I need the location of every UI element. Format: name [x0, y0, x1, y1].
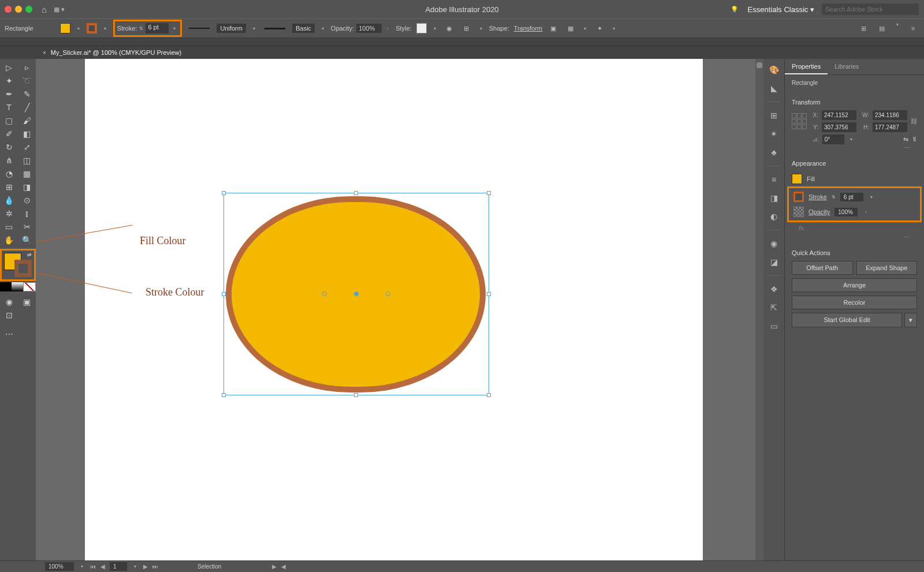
appearance-icon[interactable]: ◉ [766, 236, 782, 251]
rotate-tool[interactable]: ↻ [0, 140, 18, 154]
stroke-stepper-icon[interactable]: ⇅ [139, 26, 143, 31]
width-tool[interactable]: ⋔ [0, 154, 18, 167]
color-panel-icon[interactable]: 🎨 [766, 62, 782, 77]
color-mode-solid[interactable] [0, 282, 12, 291]
tips-icon[interactable]: 💡 [728, 3, 741, 16]
artboard-number[interactable]: 1 [110, 562, 127, 571]
search-stock-input[interactable] [821, 3, 919, 16]
hand-tool[interactable]: ✋ [0, 233, 18, 246]
rotate-input[interactable] [822, 134, 844, 144]
trans-dd[interactable]: ▾ [582, 26, 588, 31]
brush-select[interactable]: Basic [292, 24, 315, 33]
resize-handle[interactable] [487, 191, 491, 195]
recolor-icon[interactable]: ◉ [443, 22, 456, 35]
stroke-stepper-icon[interactable]: ⇅ [832, 195, 836, 200]
recolor-button[interactable]: Recolor [792, 296, 917, 309]
lasso-tool[interactable]: ➰ [18, 74, 36, 87]
artboard-tool[interactable]: ▭ [0, 220, 18, 233]
status-prev-icon[interactable]: ◀ [281, 563, 286, 570]
shape-builder-tool[interactable]: ◔ [0, 167, 18, 180]
profile-select[interactable]: Uniform [217, 24, 246, 33]
arrange-icon[interactable]: ▤ [875, 22, 888, 35]
brush-dropdown[interactable]: ▾ [319, 26, 326, 31]
graph-tool[interactable]: ⫿ [18, 207, 36, 220]
fill-stroke-control[interactable]: ⇄ [0, 249, 36, 281]
resize-handle[interactable] [222, 393, 226, 397]
line-tool[interactable]: ╱ [18, 100, 36, 114]
opacity-popup-icon[interactable]: › [384, 26, 391, 31]
appearance-stroke-dd[interactable]: ▾ [868, 195, 875, 200]
resize-handle[interactable] [487, 292, 491, 296]
blend-tool[interactable]: ⊙ [18, 193, 36, 207]
close-tab-icon[interactable]: × [43, 50, 46, 56]
screen-mode-icon[interactable]: ▣ [18, 295, 36, 308]
isolate-icon[interactable]: ▣ [547, 22, 560, 35]
align-dd[interactable]: ▾ [478, 26, 485, 31]
stroke-swatch[interactable] [87, 23, 97, 33]
center-point[interactable] [354, 291, 359, 296]
style-dropdown[interactable]: ▾ [431, 26, 438, 31]
fx-row[interactable]: fx. [792, 222, 917, 234]
pen-tool[interactable]: ✒ [0, 87, 18, 100]
canvas-area[interactable]: Fill Colour Stroke Colour [36, 59, 763, 560]
rotate-dd[interactable]: ▾ [848, 137, 855, 142]
selection-bounding-box[interactable] [223, 193, 489, 395]
window-zoom-icon[interactable] [25, 6, 32, 13]
last-artboard-icon[interactable]: ⏭ [152, 563, 158, 570]
resize-handle[interactable] [354, 393, 358, 397]
zoom-level[interactable]: 100% [45, 562, 74, 571]
symbols-icon[interactable]: ♣ [766, 145, 782, 160]
resize-handle[interactable] [354, 191, 358, 195]
home-icon[interactable]: ⌂ [42, 5, 47, 14]
direct-selection-tool[interactable]: ▹ [18, 61, 36, 74]
resize-handle[interactable] [222, 292, 226, 296]
start-global-edit-button[interactable]: Start Global Edit [792, 313, 902, 327]
type-tool[interactable]: T [0, 100, 18, 114]
resize-handle[interactable] [487, 393, 491, 397]
layers-icon[interactable]: ❖ [766, 282, 782, 297]
w-input[interactable] [873, 110, 907, 120]
vertical-scrollbar[interactable] [755, 59, 763, 560]
paintbrush-tool[interactable]: 🖌 [18, 114, 36, 127]
document-tab[interactable]: × My_Sticker.ai* @ 100% (CMYK/GPU Previe… [43, 49, 181, 56]
graphic-styles-icon[interactable]: ◪ [766, 255, 782, 270]
appearance-opacity-value[interactable]: 100% [834, 208, 858, 216]
appearance-fill-swatch[interactable] [792, 174, 802, 184]
graphic-style-swatch[interactable] [416, 23, 427, 33]
zoom-dd[interactable]: ▾ [79, 564, 85, 569]
artboard-dd[interactable]: ▾ [132, 564, 139, 569]
menu-icon[interactable]: ≡ [907, 22, 919, 35]
magic-wand-tool[interactable]: ✦ [0, 74, 18, 87]
swatches-icon[interactable]: ⊞ [766, 108, 782, 123]
appearance-stroke-swatch[interactable] [793, 192, 804, 202]
perspective-tool[interactable]: ▦ [18, 167, 36, 180]
flip-vertical-icon[interactable]: ⥮ [912, 136, 917, 143]
arrange-button[interactable]: Arrange [792, 278, 917, 292]
appearance-opacity-label[interactable]: Opacity [808, 208, 830, 215]
appearance-opacity-swatch[interactable] [793, 207, 804, 217]
first-artboard-icon[interactable]: ⏮ [90, 563, 96, 570]
color-mode-gradient[interactable] [12, 282, 23, 291]
status-play-icon[interactable]: ▶ [272, 563, 277, 570]
window-minimize-icon[interactable] [15, 6, 22, 13]
edit-icon[interactable]: ▦ [564, 22, 577, 35]
prev-artboard-icon[interactable]: ◀ [100, 563, 105, 570]
align-icon[interactable]: ⊞ [460, 22, 473, 35]
artboard[interactable]: Fill Colour Stroke Colour [85, 59, 703, 560]
global-edit-dd[interactable]: ▾ [904, 313, 917, 327]
profile-dropdown[interactable]: ▾ [251, 26, 258, 31]
change-screen-icon[interactable]: ⊡ [0, 308, 18, 321]
appearance-more-icon[interactable]: ⋯ [792, 234, 917, 241]
draw-mode-icon[interactable]: ◉ [0, 295, 18, 308]
workspace-switcher[interactable]: Essentials Classic ▾ [748, 5, 814, 14]
h-input[interactable] [873, 122, 907, 132]
opacity-input[interactable]: 100% [356, 24, 382, 33]
slice-tool[interactable]: ✂ [18, 220, 36, 233]
free-transform-tool[interactable]: ◫ [18, 154, 36, 167]
color-guide-icon[interactable]: ◣ [766, 81, 782, 96]
stroke-color-box[interactable] [14, 260, 32, 277]
offset-path-button[interactable]: Offset Path [792, 261, 853, 275]
gradient-tool[interactable]: ◨ [18, 180, 36, 193]
more-options-icon[interactable]: ⋯ [792, 144, 917, 152]
shaper-tool[interactable]: ✐ [0, 127, 18, 140]
